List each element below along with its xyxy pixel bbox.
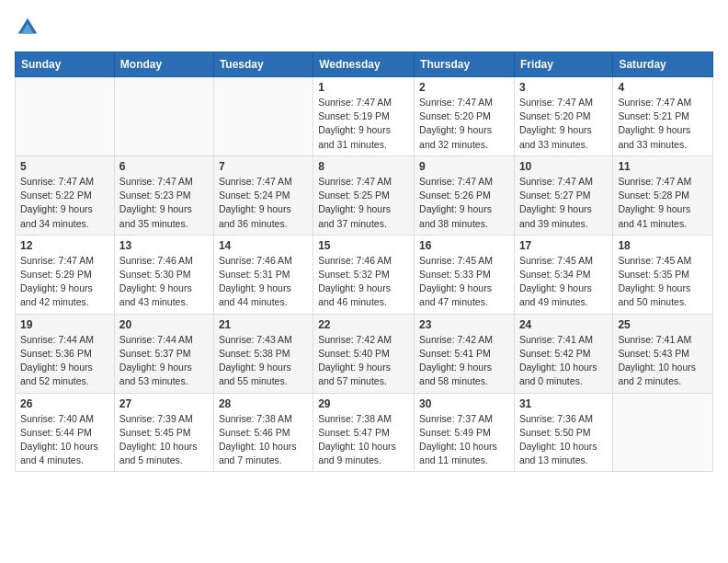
calendar-cell: 5Sunrise: 7:47 AM Sunset: 5:22 PM Daylig… (16, 155, 115, 235)
calendar-cell: 1Sunrise: 7:47 AM Sunset: 5:19 PM Daylig… (313, 77, 415, 156)
calendar-cell: 29Sunrise: 7:38 AM Sunset: 5:47 PM Dayli… (313, 393, 415, 472)
day-number: 27 (119, 397, 209, 410)
week-row-3: 12Sunrise: 7:47 AM Sunset: 5:29 PM Dayli… (16, 235, 713, 314)
day-info: Sunrise: 7:41 AM Sunset: 5:42 PM Dayligh… (519, 333, 608, 389)
day-number: 11 (618, 160, 708, 173)
day-info: Sunrise: 7:47 AM Sunset: 5:27 PM Dayligh… (519, 175, 608, 231)
logo (15, 15, 44, 40)
day-info: Sunrise: 7:42 AM Sunset: 5:41 PM Dayligh… (419, 333, 509, 389)
day-number: 30 (419, 397, 509, 410)
day-number: 7 (219, 160, 308, 173)
calendar-cell: 11Sunrise: 7:47 AM Sunset: 5:28 PM Dayli… (613, 155, 713, 235)
weekday-header-row: SundayMondayTuesdayWednesdayThursdayFrid… (16, 52, 713, 77)
day-info: Sunrise: 7:47 AM Sunset: 5:23 PM Dayligh… (119, 175, 209, 231)
day-info: Sunrise: 7:45 AM Sunset: 5:34 PM Dayligh… (519, 254, 608, 310)
day-number: 28 (219, 397, 308, 410)
calendar-cell: 23Sunrise: 7:42 AM Sunset: 5:41 PM Dayli… (415, 314, 515, 393)
day-number: 17 (519, 239, 608, 252)
day-number: 1 (318, 81, 409, 94)
calendar-cell: 31Sunrise: 7:36 AM Sunset: 5:50 PM Dayli… (514, 393, 612, 472)
calendar-cell: 26Sunrise: 7:40 AM Sunset: 5:44 PM Dayli… (16, 393, 115, 472)
calendar-cell: 6Sunrise: 7:47 AM Sunset: 5:23 PM Daylig… (114, 155, 213, 235)
day-number: 20 (119, 318, 209, 331)
day-info: Sunrise: 7:47 AM Sunset: 5:28 PM Dayligh… (618, 175, 708, 231)
day-number: 19 (20, 318, 109, 331)
weekday-header-wednesday: Wednesday (313, 52, 415, 77)
calendar-cell: 15Sunrise: 7:46 AM Sunset: 5:32 PM Dayli… (313, 235, 415, 314)
day-number: 22 (318, 318, 409, 331)
calendar-cell: 25Sunrise: 7:41 AM Sunset: 5:43 PM Dayli… (613, 314, 713, 393)
day-number: 16 (419, 239, 509, 252)
day-info: Sunrise: 7:44 AM Sunset: 5:37 PM Dayligh… (119, 333, 209, 389)
weekday-header-tuesday: Tuesday (213, 52, 313, 77)
day-info: Sunrise: 7:47 AM Sunset: 5:20 PM Dayligh… (519, 96, 608, 152)
day-info: Sunrise: 7:46 AM Sunset: 5:31 PM Dayligh… (219, 254, 308, 310)
day-number: 21 (219, 318, 308, 331)
logo-icon (15, 15, 40, 40)
calendar-cell: 28Sunrise: 7:38 AM Sunset: 5:46 PM Dayli… (213, 393, 313, 472)
day-number: 29 (318, 397, 409, 410)
day-number: 2 (419, 81, 509, 94)
day-number: 24 (519, 318, 608, 331)
calendar-cell (16, 77, 115, 156)
day-number: 13 (119, 239, 209, 252)
calendar-cell: 13Sunrise: 7:46 AM Sunset: 5:30 PM Dayli… (114, 235, 213, 314)
day-info: Sunrise: 7:41 AM Sunset: 5:43 PM Dayligh… (618, 333, 708, 389)
day-info: Sunrise: 7:47 AM Sunset: 5:24 PM Dayligh… (219, 175, 308, 231)
day-info: Sunrise: 7:46 AM Sunset: 5:30 PM Dayligh… (119, 254, 209, 310)
day-info: Sunrise: 7:47 AM Sunset: 5:25 PM Dayligh… (318, 175, 409, 231)
day-info: Sunrise: 7:47 AM Sunset: 5:26 PM Dayligh… (419, 175, 509, 231)
calendar-table: SundayMondayTuesdayWednesdayThursdayFrid… (15, 52, 713, 472)
week-row-2: 5Sunrise: 7:47 AM Sunset: 5:22 PM Daylig… (16, 155, 713, 235)
day-number: 6 (119, 160, 209, 173)
day-number: 25 (618, 318, 708, 331)
day-number: 10 (519, 160, 608, 173)
day-number: 23 (419, 318, 509, 331)
day-number: 15 (318, 239, 409, 252)
day-number: 14 (219, 239, 308, 252)
day-info: Sunrise: 7:40 AM Sunset: 5:44 PM Dayligh… (20, 412, 109, 468)
page-header (15, 15, 713, 40)
calendar-cell: 20Sunrise: 7:44 AM Sunset: 5:37 PM Dayli… (114, 314, 213, 393)
day-info: Sunrise: 7:47 AM Sunset: 5:19 PM Dayligh… (318, 96, 409, 152)
day-info: Sunrise: 7:47 AM Sunset: 5:29 PM Dayligh… (20, 254, 109, 310)
calendar-cell: 17Sunrise: 7:45 AM Sunset: 5:34 PM Dayli… (514, 235, 612, 314)
day-number: 3 (519, 81, 608, 94)
week-row-5: 26Sunrise: 7:40 AM Sunset: 5:44 PM Dayli… (16, 393, 713, 472)
calendar-cell: 7Sunrise: 7:47 AM Sunset: 5:24 PM Daylig… (213, 155, 313, 235)
day-info: Sunrise: 7:47 AM Sunset: 5:22 PM Dayligh… (20, 175, 109, 231)
day-info: Sunrise: 7:47 AM Sunset: 5:21 PM Dayligh… (618, 96, 708, 152)
calendar-cell: 24Sunrise: 7:41 AM Sunset: 5:42 PM Dayli… (514, 314, 612, 393)
day-number: 4 (618, 81, 708, 94)
calendar-cell: 9Sunrise: 7:47 AM Sunset: 5:26 PM Daylig… (415, 155, 515, 235)
calendar-cell (213, 77, 313, 156)
calendar-cell: 2Sunrise: 7:47 AM Sunset: 5:20 PM Daylig… (415, 77, 515, 156)
day-info: Sunrise: 7:43 AM Sunset: 5:38 PM Dayligh… (219, 333, 308, 389)
weekday-header-saturday: Saturday (613, 52, 713, 77)
calendar-cell: 16Sunrise: 7:45 AM Sunset: 5:33 PM Dayli… (415, 235, 515, 314)
calendar-cell: 30Sunrise: 7:37 AM Sunset: 5:49 PM Dayli… (415, 393, 515, 472)
day-info: Sunrise: 7:37 AM Sunset: 5:49 PM Dayligh… (419, 412, 509, 468)
calendar-cell: 18Sunrise: 7:45 AM Sunset: 5:35 PM Dayli… (613, 235, 713, 314)
calendar-cell: 22Sunrise: 7:42 AM Sunset: 5:40 PM Dayli… (313, 314, 415, 393)
calendar-cell: 4Sunrise: 7:47 AM Sunset: 5:21 PM Daylig… (613, 77, 713, 156)
weekday-header-thursday: Thursday (415, 52, 515, 77)
calendar-cell: 21Sunrise: 7:43 AM Sunset: 5:38 PM Dayli… (213, 314, 313, 393)
day-info: Sunrise: 7:47 AM Sunset: 5:20 PM Dayligh… (419, 96, 509, 152)
day-number: 18 (618, 239, 708, 252)
week-row-4: 19Sunrise: 7:44 AM Sunset: 5:36 PM Dayli… (16, 314, 713, 393)
day-info: Sunrise: 7:46 AM Sunset: 5:32 PM Dayligh… (318, 254, 409, 310)
calendar-cell: 8Sunrise: 7:47 AM Sunset: 5:25 PM Daylig… (313, 155, 415, 235)
calendar-cell (613, 393, 713, 472)
day-info: Sunrise: 7:45 AM Sunset: 5:33 PM Dayligh… (419, 254, 509, 310)
day-number: 12 (20, 239, 109, 252)
calendar-cell: 3Sunrise: 7:47 AM Sunset: 5:20 PM Daylig… (514, 77, 612, 156)
day-info: Sunrise: 7:44 AM Sunset: 5:36 PM Dayligh… (20, 333, 109, 389)
calendar-cell: 12Sunrise: 7:47 AM Sunset: 5:29 PM Dayli… (16, 235, 115, 314)
day-number: 5 (20, 160, 109, 173)
day-number: 31 (519, 397, 608, 410)
day-number: 9 (419, 160, 509, 173)
day-info: Sunrise: 7:42 AM Sunset: 5:40 PM Dayligh… (318, 333, 409, 389)
weekday-header-friday: Friday (514, 52, 612, 77)
calendar-cell: 19Sunrise: 7:44 AM Sunset: 5:36 PM Dayli… (16, 314, 115, 393)
